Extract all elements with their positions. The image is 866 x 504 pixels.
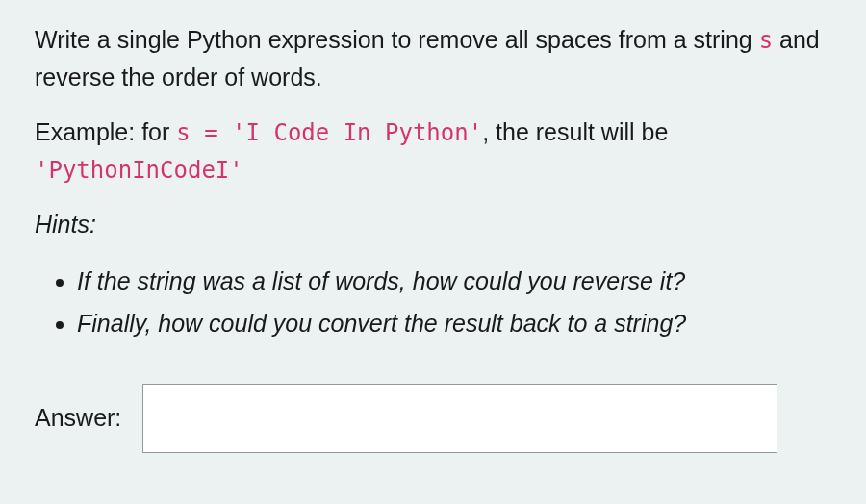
answer-row: Answer: — [35, 384, 831, 453]
hints-label: Hints: — [35, 211, 96, 238]
answer-label: Answer: — [35, 399, 121, 437]
inline-code: s = 'I Code In Python' — [176, 119, 482, 146]
question-paragraph-1: Write a single Python expression to remo… — [35, 21, 831, 96]
hint-item: Finally, how could you convert the resul… — [77, 303, 831, 345]
inline-code: s — [759, 27, 773, 54]
answer-input[interactable] — [142, 384, 777, 453]
text: Example: for — [35, 118, 176, 145]
text: , the result will be — [482, 118, 668, 145]
text: Write a single Python expression to remo… — [35, 26, 759, 53]
hints-heading: Hints: — [35, 206, 831, 243]
inline-code: 'PythonInCodeI' — [35, 157, 243, 184]
hint-item: If the string was a list of words, how c… — [77, 261, 831, 303]
hints-list: If the string was a list of words, how c… — [35, 261, 831, 345]
question-paragraph-2: Example: for s = 'I Code In Python', the… — [35, 113, 831, 189]
